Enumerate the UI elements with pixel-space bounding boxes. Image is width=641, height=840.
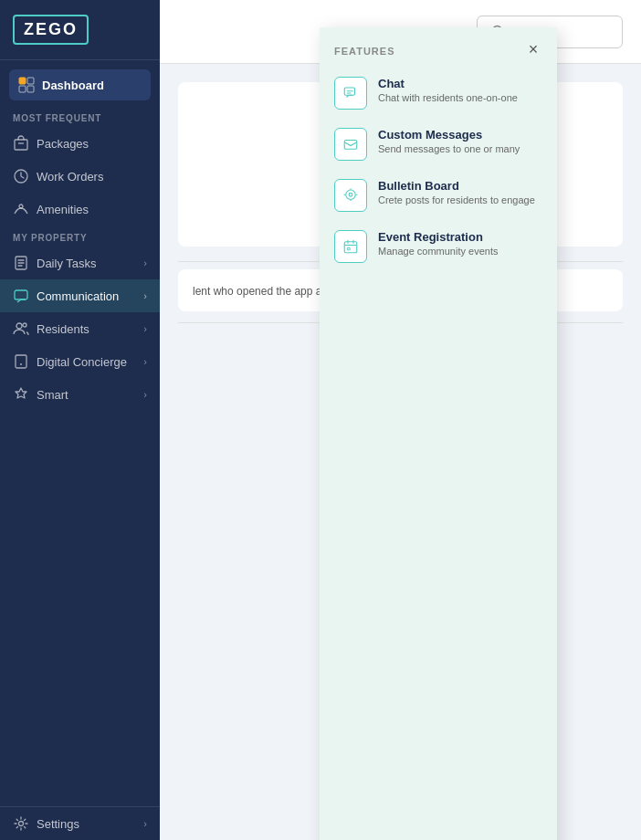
main-area: Search At Le... 0 lent who opened the ap… <box>160 0 641 840</box>
chat-title: Chat <box>378 77 542 90</box>
svg-rect-3 <box>27 86 34 92</box>
event-registration-text: Event Registration Manage community even… <box>378 230 542 257</box>
digital-concierge-chevron: › <box>143 356 147 367</box>
svg-rect-8 <box>15 290 27 299</box>
sidebar-item-residents[interactable]: Residents › <box>0 312 160 345</box>
smart-label: Smart <box>37 388 68 402</box>
most-frequent-label: MOST FREQUENT <box>0 106 160 127</box>
dashboard-icon <box>18 77 35 93</box>
svg-rect-21 <box>344 242 357 253</box>
chat-desc: Chat with residents one-on-one <box>378 92 542 103</box>
custom-messages-text: Custom Messages Send messages to one or … <box>378 128 542 154</box>
digital-concierge-label: Digital Concierge <box>37 355 127 369</box>
event-registration-icon <box>334 230 367 263</box>
communication-chevron: › <box>143 290 147 301</box>
feature-item-bulletin-board[interactable]: Bulletin Board Crete posts for residents… <box>334 170 542 221</box>
feature-item-event-registration[interactable]: Event Registration Manage community even… <box>334 221 542 272</box>
bulletin-board-icon <box>334 179 367 212</box>
sidebar-item-digital-concierge[interactable]: Digital Concierge › <box>0 345 160 378</box>
digital-concierge-icon <box>13 353 29 370</box>
settings-label: Settings <box>37 817 79 831</box>
settings-icon <box>13 815 29 832</box>
packages-icon <box>13 135 29 152</box>
packages-label: Packages <box>37 137 89 151</box>
svg-rect-1 <box>27 78 34 84</box>
residents-label: Residents <box>37 322 89 336</box>
svg-rect-11 <box>16 355 26 368</box>
custom-messages-title: Custom Messages <box>378 128 542 142</box>
dropdown-panel: × FEATURES Chat Chat with residents one-… <box>320 27 557 840</box>
svg-rect-2 <box>19 86 26 92</box>
bulletin-board-text: Bulletin Board Crete posts for residents… <box>378 179 542 205</box>
sidebar-item-smart[interactable]: Smart › <box>0 378 160 411</box>
my-property-label: MY PROPERTY <box>0 226 160 247</box>
sidebar-item-work-orders[interactable]: Work Orders <box>0 160 160 193</box>
chat-icon <box>334 77 367 110</box>
svg-point-9 <box>16 323 22 329</box>
communication-icon <box>13 288 29 304</box>
dashboard-button[interactable]: Dashboard <box>9 69 151 100</box>
close-button[interactable]: × <box>522 38 544 60</box>
residents-chevron: › <box>143 323 147 334</box>
features-section-label: FEATURES <box>334 46 542 57</box>
amenities-icon <box>13 201 29 217</box>
sidebar-item-amenities[interactable]: Amenities <box>0 193 160 226</box>
logo-area: ZEGO <box>0 0 160 60</box>
svg-rect-18 <box>344 141 357 150</box>
svg-rect-4 <box>15 140 27 150</box>
bulletin-board-desc: Crete posts for residents to engage <box>378 194 542 205</box>
smart-chevron: › <box>143 389 147 400</box>
daily-tasks-chevron: › <box>143 257 147 268</box>
sidebar-item-communication[interactable]: Communication › <box>0 279 160 312</box>
svg-point-20 <box>349 193 352 196</box>
sidebar-item-packages[interactable]: Packages <box>0 127 160 160</box>
svg-point-19 <box>346 190 356 200</box>
chat-text: Chat Chat with residents one-on-one <box>378 77 542 103</box>
custom-messages-desc: Send messages to one or many <box>378 143 542 154</box>
sidebar: ZEGO Dashboard MOST FREQUENT Packages <box>0 0 160 840</box>
event-registration-desc: Manage community events <box>378 246 542 257</box>
svg-rect-0 <box>19 78 26 84</box>
amenities-label: Amenities <box>37 203 89 216</box>
custom-messages-icon <box>334 128 367 161</box>
bulletin-board-title: Bulletin Board <box>378 179 542 193</box>
event-registration-title: Event Registration <box>378 230 542 244</box>
feature-item-custom-messages[interactable]: Custom Messages Send messages to one or … <box>334 119 542 170</box>
logo-text: ZEGO <box>24 20 78 38</box>
work-orders-label: Work Orders <box>37 170 103 184</box>
daily-tasks-label: Daily Tasks <box>37 257 97 270</box>
daily-tasks-icon <box>13 255 29 271</box>
sidebar-bottom: Settings › <box>0 806 160 840</box>
svg-point-12 <box>20 363 22 365</box>
dashboard-label: Dashboard <box>42 79 104 92</box>
residents-icon <box>13 320 29 337</box>
logo-box: ZEGO <box>13 15 89 45</box>
feature-item-chat[interactable]: Chat Chat with residents one-on-one <box>334 68 542 119</box>
svg-point-10 <box>23 323 26 327</box>
svg-point-6 <box>19 205 23 208</box>
sidebar-item-settings[interactable]: Settings › <box>0 807 160 840</box>
sidebar-item-daily-tasks[interactable]: Daily Tasks › <box>0 247 160 279</box>
work-orders-icon <box>13 168 29 184</box>
settings-chevron: › <box>143 818 147 829</box>
communication-label: Communication <box>37 289 119 303</box>
svg-point-13 <box>19 822 24 826</box>
smart-icon <box>13 386 29 403</box>
